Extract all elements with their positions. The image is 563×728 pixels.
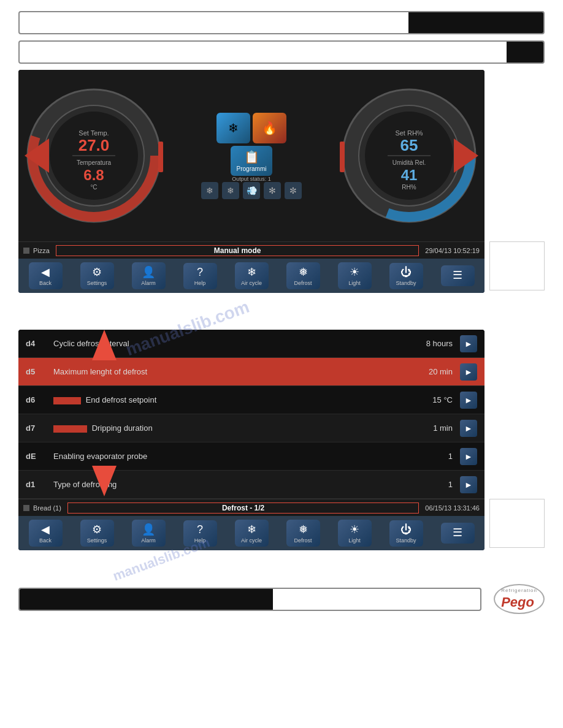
status-indicator-1 [23, 248, 29, 254]
defrost-desc-d6: End defrost setpoint [47, 395, 411, 404]
standby-icon-1: ⏻ [400, 266, 412, 279]
air-cycle-button-1[interactable]: ❄ Air cycle [235, 262, 269, 289]
toolbar-1: ◀ Back ⚙ Settings 👤 Alarm ? Help [18, 259, 484, 293]
humidity-gauge: Set RH% 65 Umidità Rel. 41 RH% [339, 85, 480, 226]
toolbar-2: ◀ Back ⚙ Settings 👤 Alarm ? Help [18, 516, 484, 550]
help-icon-2: ? [197, 523, 203, 536]
icon-snowflake-2: ❄ [222, 182, 239, 199]
help-button-1[interactable]: ? Help [183, 263, 217, 289]
air-cycle-label-1: Air cycle [241, 280, 262, 286]
defrost-code-dE: dE [26, 452, 47, 461]
defrost-icon-1: ❅ [299, 265, 308, 279]
status-mode-2: Defrost - 1/2 [67, 502, 419, 514]
alarm-button-2[interactable]: 👤 Alarm [132, 520, 166, 547]
temp-indicator-right [158, 142, 163, 172]
light-button-1[interactable]: ☀ Light [338, 262, 372, 289]
heat-mode-button[interactable]: 🔥 [253, 113, 286, 143]
temp-actual-value: 6.8 [83, 167, 104, 183]
defrost-button-2[interactable]: ❅ Defrost [286, 520, 320, 547]
bar1 [18, 11, 545, 34]
defrost-btn-dE[interactable]: ► [460, 448, 477, 465]
footer-section: Refrigeration Pego [0, 575, 563, 623]
status-zone-2: Bread (1) [33, 504, 61, 512]
defrost-icon-2: ❅ [299, 523, 308, 536]
hum-unit: RH% [402, 184, 416, 191]
alarm-label-1: Alarm [141, 280, 156, 286]
programs-label: Programmi [237, 165, 267, 172]
defrost-code-d4: d4 [26, 339, 47, 348]
standby-button-2[interactable]: ⏻ Standby [389, 520, 423, 547]
status-bar-2: Bread (1) Defrost - 1/2 06/15/13 13:31:4… [18, 499, 484, 516]
output-status-1: Output status: 1 [232, 176, 271, 182]
status-datetime-2: 06/15/13 13:31:46 [425, 504, 480, 512]
status-indicator-2 [23, 505, 29, 511]
standby-icon-2: ⏻ [400, 523, 412, 536]
alarm-icon-1: 👤 [142, 265, 155, 279]
standby-button-1[interactable]: ⏻ Standby [389, 263, 423, 289]
back-button-2[interactable]: ◀ Back [29, 520, 63, 547]
defrost-btn-d4[interactable]: ► [460, 335, 477, 352]
defrost-desc-d1: Type of defrosting [47, 480, 411, 489]
icon-snowflake-1: ❄ [201, 182, 218, 199]
help-icon-1: ? [197, 266, 203, 279]
settings-button-2[interactable]: ⚙ Settings [80, 520, 114, 547]
programs-button[interactable]: 📋 Programmi [231, 146, 273, 176]
status-zone-1: Pizza [33, 247, 50, 254]
back-button-1[interactable]: ◀ Back [29, 262, 63, 289]
icon-fan: 💨 [243, 182, 260, 199]
defrost-row-d5: d5 Maximum lenght of defrost 20 min ► [18, 358, 484, 386]
bar2-value [507, 42, 543, 63]
bar2 [18, 40, 545, 64]
defrost-label-1: Defrost [294, 280, 312, 286]
help-label-2: Help [194, 537, 206, 544]
help-button-2[interactable]: ? Help [183, 520, 217, 547]
d7-redbar [53, 425, 87, 433]
back-icon-2: ◀ [41, 523, 50, 536]
defrost-desc-d4: Cyclic defrost interval [47, 339, 411, 348]
settings-button-1[interactable]: ⚙ Settings [80, 262, 114, 289]
temp-arrow-left[interactable] [25, 138, 49, 173]
light-label-1: Light [348, 280, 361, 286]
menu-button-1[interactable]: ☰ [441, 265, 475, 286]
defrost-desc-d7: Dripping duration [47, 423, 411, 433]
menu-button-2[interactable]: ☰ [441, 523, 475, 544]
menu-icon-2: ☰ [453, 526, 462, 539]
air-cycle-button-2[interactable]: ❄ Air cycle [235, 520, 269, 547]
defrost-btn-d7[interactable]: ► [460, 420, 477, 437]
standby-label-1: Standby [396, 280, 416, 286]
light-icon-1: ☀ [350, 265, 359, 279]
back-label-1: Back [39, 280, 52, 286]
annotation-box-1 [489, 241, 545, 290]
air-cycle-icon-1: ❄ [247, 265, 256, 279]
screen1: Set Temp. 27.0 Temperatura 6.8 °C [18, 70, 484, 293]
back-label-2: Back [39, 537, 52, 544]
defrost-label-2: Defrost [294, 537, 312, 544]
cold-mode-button[interactable]: ❄ [216, 113, 250, 143]
defrost-btn-d1[interactable]: ► [460, 476, 477, 493]
annotation-box-2 [489, 499, 545, 548]
defrost-row-d6: d6 End defrost setpoint 15 °C ► [18, 386, 484, 414]
logo-border: Refrigeration Pego [494, 584, 545, 614]
temp-unit: °C [90, 184, 97, 191]
main-content: Set Temp. 27.0 Temperatura 6.8 °C [0, 70, 563, 550]
bar1-value [408, 12, 543, 33]
defrost-code-d1: d1 [26, 480, 47, 489]
hum-arrow-right[interactable] [454, 138, 478, 173]
hum-actual-value: 41 [401, 167, 418, 183]
temp-label: Temperatura [77, 159, 112, 166]
light-icon-2: ☀ [350, 523, 359, 536]
back-icon-1: ◀ [41, 265, 50, 279]
defrost-button-1[interactable]: ❅ Defrost [286, 262, 320, 289]
air-cycle-icon-2: ❄ [247, 523, 256, 536]
defrost-desc-dE: Enabling evaporator probe [47, 452, 411, 461]
screen1-container: Set Temp. 27.0 Temperatura 6.8 °C [18, 70, 545, 293]
defrost-btn-d6[interactable]: ► [460, 392, 477, 409]
air-cycle-label-2: Air cycle [241, 537, 262, 544]
alarm-button-1[interactable]: 👤 Alarm [132, 262, 166, 289]
d6-redbar [53, 397, 81, 404]
top-section [0, 0, 563, 70]
defrost-btn-d5[interactable]: ► [460, 363, 477, 381]
light-button-2[interactable]: ☀ Light [338, 520, 372, 547]
defrost-value-d1: 1 [411, 480, 460, 489]
defrost-row-d4: d4 Cyclic defrost interval 8 hours ► [18, 330, 484, 358]
